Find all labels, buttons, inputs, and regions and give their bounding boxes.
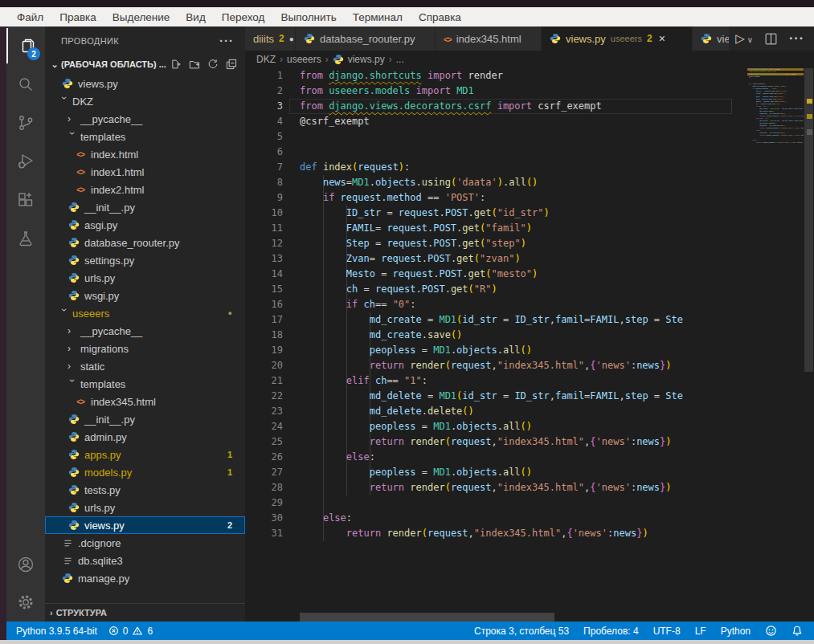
tree-item--pycache-[interactable]: ›__pycache__	[45, 322, 245, 340]
source-control-icon[interactable]	[6, 105, 45, 141]
outline-section-header[interactable]: › СТРУКТУРА	[45, 603, 245, 621]
py-file-icon	[67, 467, 80, 478]
tab-database-roouter-py[interactable]: database_roouter.py	[296, 26, 436, 51]
problems-item[interactable]: 0 6	[108, 626, 153, 637]
python-version-label: Python 3.9.5 64-bit	[16, 626, 97, 637]
tree-item-admin-py[interactable]: admin.py	[45, 428, 245, 446]
py-file-icon	[701, 33, 712, 44]
tree-item-label: models.py	[84, 467, 132, 479]
code-line-25: 25 return render(request,"index345.html"…	[245, 434, 747, 450]
tree-item-index345-html[interactable]: <>index345.html	[45, 393, 245, 410]
split-editor-icon[interactable]	[764, 32, 778, 46]
tree-item-templates[interactable]: ›templates	[45, 375, 245, 393]
menu-item[interactable]: Выделение	[105, 10, 178, 25]
tree-item--init-py[interactable]: __init__.py	[45, 410, 245, 428]
tree-item-migrations[interactable]: ›migrations	[45, 340, 245, 357]
collapse-all-icon[interactable]	[226, 59, 237, 70]
problems-badge: 1	[227, 467, 232, 477]
cursor-position-item[interactable]: Строка 3, столбец 53	[474, 626, 569, 637]
encoding-item[interactable]: UTF-8	[653, 626, 681, 637]
tree-item-settings-py[interactable]: settings.py	[45, 251, 245, 269]
files-icon[interactable]: 2	[6, 28, 45, 63]
breadcrumb-item[interactable]: useeers	[287, 54, 321, 65]
menu-item[interactable]: Терминал	[346, 10, 410, 25]
breadcrumb-item[interactable]: views.py	[348, 54, 385, 65]
tree-item-templates[interactable]: ›templates	[45, 128, 245, 145]
indentation-item[interactable]: Пробелов: 4	[583, 626, 639, 637]
run-button[interactable]: ▷∨	[735, 31, 753, 46]
menu-item[interactable]: Файл	[10, 10, 51, 25]
tree-item--init-py[interactable]: __init__.py	[45, 198, 245, 216]
more-actions-icon[interactable]: ···	[789, 31, 804, 46]
tree-item-db-sqlite3[interactable]: db.sqlite3	[45, 552, 245, 569]
tree-item-apps-py[interactable]: apps.py1	[45, 446, 245, 463]
tree-item-index-html[interactable]: <>index.html	[45, 145, 245, 163]
vscode-window: ФайлПравкаВыделениеВидПереходВыполнитьТе…	[0, 0, 814, 644]
chevron-down-icon: ›	[59, 308, 70, 318]
feedback-icon[interactable]	[765, 625, 777, 637]
tree-item-urls-py[interactable]: urls.py	[45, 269, 245, 287]
tree-item-static[interactable]: ›static	[45, 357, 245, 375]
tree-item-asgi-py[interactable]: asgi.py	[45, 216, 245, 234]
tree-item-DKZ[interactable]: ›DKZ	[45, 92, 245, 110]
tab-diiits[interactable]: diiits2●	[245, 26, 296, 51]
menu-item[interactable]: Вид	[178, 10, 212, 25]
tree-item-label: DKZ	[72, 96, 93, 108]
new-folder-icon[interactable]	[189, 59, 200, 70]
workspace-section-header[interactable]: ⌄ (РАБОЧАЯ ОБЛАСТЬ) ...	[45, 55, 245, 74]
menu-item[interactable]: Справка	[411, 10, 468, 25]
horizontal-scrollbar-thumb[interactable]	[300, 613, 554, 622]
tree-item-index1-html[interactable]: <>index1.html	[45, 163, 245, 181]
python-interpreter-item[interactable]: Python 3.9.5 64-bit	[16, 626, 97, 637]
eol-item[interactable]: LF	[695, 626, 706, 637]
breadcrumb-item[interactable]: ...	[396, 54, 404, 65]
vertical-scrollbar[interactable]	[804, 68, 814, 613]
tree-item-wsgi-py[interactable]: wsgi.py	[45, 287, 245, 304]
tree-item-label: urls.py	[84, 272, 115, 284]
menu-item[interactable]: Выполнить	[273, 10, 343, 25]
code-viewport[interactable]: 1from django.shortcuts import render2fro…	[245, 68, 747, 613]
testing-icon[interactable]	[6, 221, 45, 256]
tree-item--pycache-[interactable]: ›__pycache__	[45, 110, 245, 128]
tree-item-tests-py[interactable]: tests.py	[45, 481, 245, 499]
tree-item-models-py[interactable]: models.py1	[45, 463, 245, 481]
tab-views-py[interactable]: views.pyuseeers2×	[542, 26, 693, 51]
tree-item-views-py[interactable]: views.py2	[45, 516, 245, 534]
tree-item-useeers[interactable]: ›useeers●	[45, 304, 245, 322]
code-line-6: 6	[245, 145, 747, 160]
explorer-more-actions-icon[interactable]: ···	[219, 34, 234, 47]
tree-item-urls-py[interactable]: urls.py	[45, 499, 245, 516]
tree-item-views-py[interactable]: views.py	[45, 75, 245, 92]
settings-gear-icon[interactable]	[6, 585, 45, 620]
tree-item-database-roouter-py[interactable]: database_roouter.py	[45, 234, 245, 251]
language-mode-item[interactable]: Python	[721, 626, 751, 637]
tree-item--dcignore[interactable]: .dcignore	[45, 534, 245, 552]
file-file-icon	[61, 538, 74, 548]
notifications-bell-icon[interactable]	[792, 625, 803, 637]
extensions-icon[interactable]	[6, 182, 45, 218]
tab-close-icon[interactable]: ×	[659, 32, 665, 45]
breadcrumb-separator: ›	[389, 54, 392, 65]
tree-item-index2-html[interactable]: <>index2.html	[45, 181, 245, 198]
new-file-icon[interactable]	[170, 59, 182, 70]
code-line-24: 24 peopless = MD1.objects.all()	[245, 419, 747, 434]
breadcrumb-item[interactable]: DKZ	[256, 54, 276, 65]
py-file-icon	[67, 431, 80, 442]
search-icon[interactable]	[6, 67, 45, 102]
menu-item[interactable]: Правка	[52, 10, 104, 25]
menu-item[interactable]: Переход	[215, 10, 272, 25]
breadcrumb[interactable]: DKZ›useeers›views.py›...	[245, 51, 814, 68]
py-file-icon	[67, 255, 80, 266]
tab-index345-html[interactable]: <>index345.html	[436, 26, 542, 51]
tab-vie[interactable]: vie	[693, 26, 730, 51]
minimap[interactable]: from django.shortcuts import renderfrom …	[747, 68, 804, 470]
code-line-5: 5	[245, 129, 747, 145]
code-line-31: return render(request,"index345.html",{'…	[749, 141, 804, 144]
account-icon[interactable]	[6, 547, 45, 582]
tree-item-label: __init__.py	[84, 414, 135, 426]
tree-item-manage-py[interactable]: manage.py	[45, 569, 245, 587]
run-debug-icon[interactable]	[6, 144, 45, 179]
line-number: 18	[245, 328, 283, 343]
tree-item-label: tests.py	[84, 484, 121, 496]
refresh-icon[interactable]	[207, 59, 219, 70]
